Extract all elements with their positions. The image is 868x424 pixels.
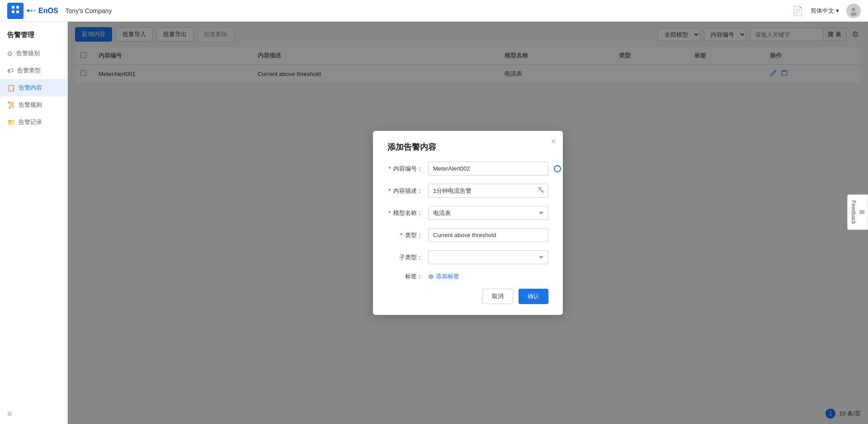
company-name: Tony's Company [66,7,112,14]
type-input-wrapper [428,228,548,242]
form-row-subtype: 子类型： [387,250,548,264]
avatar[interactable] [846,4,861,18]
required-mark: * [400,232,402,238]
sidebar-item-alert-content[interactable]: 📋 告警内容 [0,79,67,96]
alert-content-icon: 📋 [7,84,15,91]
modal-overlay: 添加告警内容 × * 内容编号： [68,22,868,424]
alert-record-icon: 📁 [7,119,15,126]
translate-icon[interactable] [538,186,545,195]
add-tag-label: 添加标签 [436,272,459,281]
sidebar-item-alert-type[interactable]: 🏷 告警类型 [0,62,67,79]
tag-row: ⊕ 添加标签 [428,272,459,281]
svg-point-4 [852,8,855,11]
main-layout: 告警管理 ⊙ 告警级别 🏷 告警类型 📋 告警内容 📜 告警规则 📁 告警记录 … [0,22,868,424]
content-desc-label: * 内容描述： [387,187,428,195]
alert-level-icon: ⊙ [7,50,13,57]
sidebar-collapse-button[interactable]: ≡ [0,404,67,424]
type-input[interactable] [428,228,548,242]
cancel-button[interactable]: 取消 [482,289,513,304]
enos-logo: EnOS [27,7,58,15]
svg-rect-2 [12,10,14,13]
sidebar-item-alert-level[interactable]: ⊙ 告警级别 [0,45,67,62]
svg-rect-1 [16,6,19,9]
logo-area: EnOS Tony's Company [7,3,112,19]
content-area: 新增内容 批量导入 批量导出 批量删除 全部模型 内容编号 搜 表 ⚙ [68,22,868,424]
content-desc-input-wrapper [428,184,548,198]
subtype-select-wrapper [428,250,548,264]
grid-icon [11,5,19,16]
form-row-tags: 标签： ⊕ 添加标签 [387,272,548,281]
feedback-tab[interactable]: ✉ Feedback [847,194,868,230]
add-alert-content-modal: 添加告警内容 × * 内容编号： [373,131,563,315]
content-id-input-wrapper [428,162,548,176]
sidebar-item-label: 告警规则 [19,101,42,109]
tags-input-wrapper: ⊕ 添加标签 [428,272,548,281]
collapse-icon: ≡ [7,409,12,418]
add-tag-plus-icon: ⊕ [428,272,434,281]
svg-rect-3 [16,10,19,13]
tags-label: 标签： [387,272,428,281]
sidebar-item-label: 告警级别 [16,49,40,57]
app-grid-button[interactable] [7,3,24,19]
model-name-select[interactable]: 电流表 [428,206,548,220]
model-name-label: * 模型名称： [387,209,428,217]
form-row-type: * 类型： [387,228,548,242]
form-row-model-name: * 模型名称： 电流表 [387,206,548,220]
content-desc-input[interactable] [428,184,548,198]
required-mark: * [388,165,391,172]
content-id-input[interactable] [428,162,548,176]
header-right: 📄 简体中文 ▾ [792,4,861,18]
feedback-icon: ✉ [859,208,865,215]
header: EnOS Tony's Company 📄 简体中文 ▾ [0,0,868,22]
enos-text: EnOS [38,7,58,15]
required-mark: * [388,187,391,194]
sidebar-item-label: 告警内容 [19,84,42,92]
sidebar: 告警管理 ⊙ 告警级别 🏷 告警类型 📋 告警内容 📜 告警规则 📁 告警记录 … [0,22,68,424]
feedback-label: Feedback [850,200,857,224]
input-status-circle [554,165,561,172]
subtype-label: 子类型： [387,253,428,262]
subtype-select[interactable] [428,250,548,264]
sidebar-item-alert-record[interactable]: 📁 告警记录 [0,114,67,131]
add-tag-button[interactable]: ⊕ 添加标签 [428,272,459,281]
svg-rect-0 [12,6,14,9]
sidebar-title: 告警管理 [0,22,67,45]
modal-close-button[interactable]: × [552,138,556,145]
content-id-label: * 内容编号： [387,165,428,173]
sidebar-item-alert-rule[interactable]: 📜 告警规则 [0,96,67,114]
lang-selector[interactable]: 简体中文 ▾ [811,7,839,15]
confirm-button[interactable]: 确认 [519,289,548,304]
alert-type-icon: 🏷 [7,67,14,74]
sidebar-item-label: 告警类型 [17,67,41,75]
alert-rule-icon: 📜 [7,101,15,109]
doc-icon[interactable]: 📄 [792,5,803,16]
svg-point-5 [850,12,857,16]
lang-arrow-icon: ▾ [836,7,839,14]
form-row-content-id: * 内容编号： [387,162,548,176]
type-label: * 类型： [387,231,428,239]
model-name-select-wrapper: 电流表 [428,206,548,220]
lang-label: 简体中文 [811,7,834,15]
sidebar-item-label: 告警记录 [19,118,42,126]
modal-title: 添加告警内容 [387,142,548,152]
required-mark: * [388,210,391,216]
modal-footer: 取消 确认 [387,289,548,304]
form-row-content-desc: * 内容描述： [387,184,548,198]
